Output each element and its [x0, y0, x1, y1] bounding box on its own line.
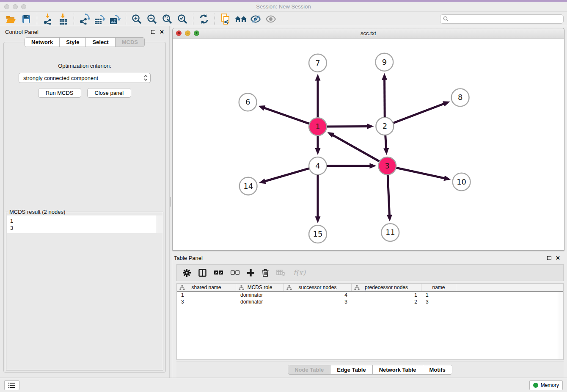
table-scrollbar[interactable]	[558, 292, 563, 359]
open-session-button[interactable]	[3, 13, 19, 25]
optimization-criterion-select[interactable]: strongly connected component	[19, 73, 151, 83]
zoom-out-button[interactable]	[144, 13, 160, 25]
save-floppy-icon	[21, 14, 31, 24]
delete-table-icon	[276, 269, 286, 276]
tab-network-table[interactable]: Network Table	[373, 365, 423, 374]
create-column-button[interactable]	[247, 269, 254, 276]
svg-text:1: 1	[315, 122, 320, 131]
tab-style[interactable]: Style	[60, 38, 86, 47]
panel-splitter[interactable]	[169, 26, 172, 378]
graph-node-9[interactable]: 9	[375, 53, 393, 71]
float-panel-icon[interactable]	[151, 30, 155, 34]
tab-edge-table[interactable]: Edge Table	[330, 365, 372, 374]
graph-node-4[interactable]: 4	[309, 157, 327, 175]
export-image-button[interactable]	[107, 13, 123, 25]
tab-mcds[interactable]: MCDS	[116, 38, 144, 47]
save-session-button[interactable]	[19, 13, 34, 25]
graph-node-3[interactable]: 3	[378, 157, 396, 175]
graph-node-1[interactable]: 1	[309, 118, 327, 135]
tab-motifs[interactable]: Motifs	[423, 365, 452, 374]
graph-edge-4-14[interactable]	[259, 168, 310, 184]
column-header-name[interactable]: name	[421, 284, 456, 291]
network-canvas[interactable]: 1234678910111415	[173, 39, 564, 250]
graph-node-6[interactable]: 6	[239, 93, 257, 111]
graph-node-11[interactable]: 11	[381, 224, 399, 241]
tab-node-table[interactable]: Node Table	[288, 365, 330, 374]
search-box[interactable]	[440, 14, 564, 24]
close-panel-icon[interactable]: ✕	[160, 29, 164, 35]
zoom-selected-button[interactable]	[175, 13, 190, 25]
graph-node-2[interactable]: 2	[376, 117, 394, 135]
delete-column-button[interactable]	[262, 269, 269, 277]
graph-edge-2-9[interactable]	[382, 73, 387, 118]
graph-node-8[interactable]: 8	[451, 89, 469, 107]
graph-edge-3-11[interactable]	[387, 174, 392, 222]
column-header-predecessor-nodes[interactable]: predecessor nodes	[352, 284, 421, 291]
network-window-titlebar[interactable]: ✕ − + scc.txt	[173, 28, 564, 39]
zoom-selected-icon	[177, 14, 187, 24]
function-builder-button[interactable]: f(x)	[293, 268, 306, 277]
run-mcds-button[interactable]: Run MCDS	[38, 88, 81, 98]
column-header-mcds-role[interactable]: MCDS role	[236, 284, 284, 291]
graph-edge-2-3[interactable]	[383, 135, 389, 155]
close-panel-button[interactable]: Close panel	[87, 88, 132, 98]
select-all-button[interactable]	[214, 270, 223, 275]
mcds-panel: Optimization criterion: strongly connect…	[3, 42, 166, 373]
memory-button[interactable]: Memory	[529, 380, 563, 390]
import-table-icon	[58, 14, 68, 25]
apply-layout-button[interactable]	[196, 13, 212, 25]
graph-edge-1-4[interactable]	[315, 135, 321, 155]
tab-select[interactable]: Select	[86, 38, 115, 47]
zoom-in-button[interactable]	[129, 13, 144, 25]
network-close-button[interactable]: ✕	[176, 30, 182, 36]
mcds-result-value: 1	[10, 217, 154, 224]
task-list-icon	[8, 382, 16, 388]
delete-table-button[interactable]	[276, 269, 286, 276]
export-network-button[interactable]	[77, 13, 92, 25]
show-all-button[interactable]	[264, 13, 279, 25]
export-table-button[interactable]	[92, 13, 107, 25]
task-history-button[interactable]	[4, 380, 19, 390]
column-header-shared-name[interactable]: shared name	[177, 284, 236, 291]
result-scrollbar[interactable]	[157, 215, 162, 233]
network-minimize-button[interactable]: −	[185, 30, 190, 36]
search-input[interactable]	[450, 16, 561, 22]
graph-edge-2-8[interactable]	[393, 101, 450, 123]
optimization-criterion-value: strongly connected component	[23, 75, 98, 81]
float-table-panel-icon[interactable]	[547, 256, 551, 260]
tab-network[interactable]: Network	[25, 38, 60, 47]
unselect-all-button[interactable]	[231, 270, 239, 275]
graph-edge-3-10[interactable]	[396, 168, 451, 181]
column-header-successor-nodes[interactable]: successor nodes	[284, 284, 352, 291]
graph-node-10[interactable]: 10	[453, 173, 471, 191]
import-table-button[interactable]	[55, 13, 71, 25]
svg-text:15: 15	[313, 229, 323, 238]
graph-edge-1-7[interactable]	[315, 74, 321, 119]
hierarchy-icon	[354, 285, 360, 290]
first-neighbors-button[interactable]	[233, 13, 248, 25]
network-maximize-button[interactable]: +	[194, 30, 199, 36]
graph-node-15[interactable]: 15	[309, 225, 327, 243]
clone-network-button[interactable]	[218, 13, 233, 25]
import-network-button[interactable]	[40, 13, 55, 25]
eye-icon	[265, 14, 277, 24]
graph-node-14[interactable]: 14	[239, 177, 257, 195]
toolbar-separator	[37, 14, 37, 25]
columns-icon	[198, 269, 206, 277]
mcds-result-list[interactable]: 1 3	[7, 215, 162, 233]
hierarchy-icon	[239, 285, 244, 290]
hide-selected-button[interactable]	[248, 13, 264, 25]
table-settings-button[interactable]	[183, 269, 191, 277]
zoom-fit-button[interactable]	[160, 13, 175, 25]
memory-label: Memory	[541, 382, 559, 388]
show-columns-button[interactable]	[198, 269, 206, 277]
graph-edge-4-15[interactable]	[315, 174, 321, 224]
table-row[interactable]: 3 dominator 3 2 3	[177, 298, 563, 305]
graph-edge-4-3[interactable]	[326, 163, 377, 168]
graph-edge-1-2[interactable]	[326, 124, 374, 129]
table-row[interactable]: 1 dominator 4 1 1	[177, 292, 563, 298]
graph-edge-3-1[interactable]	[328, 132, 380, 162]
close-table-panel-icon[interactable]: ✕	[556, 255, 560, 261]
graph-edge-1-6[interactable]	[258, 105, 310, 124]
graph-node-7[interactable]: 7	[309, 54, 327, 72]
